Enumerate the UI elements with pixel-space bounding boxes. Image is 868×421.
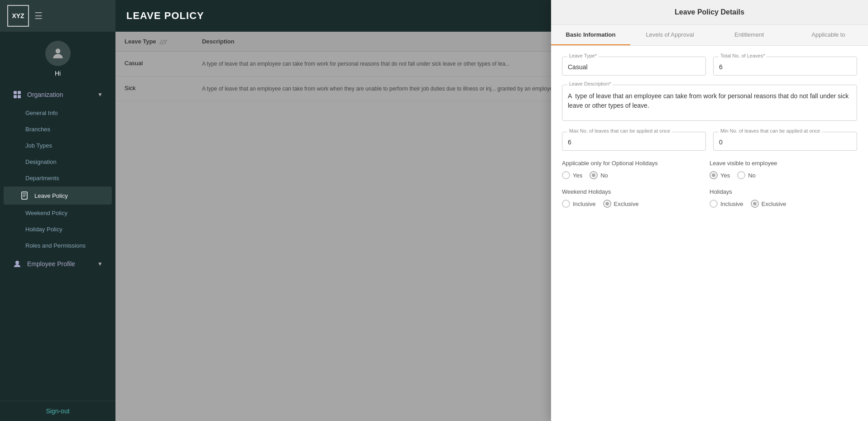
hamburger-icon[interactable]: ☰	[34, 10, 43, 21]
radio-group-weekend-holidays: Weekend Holidays Inclusive Exclusive	[562, 188, 710, 208]
clipboard-icon	[20, 191, 29, 200]
sidebar-item-leave-policy-label: Leave Policy	[34, 192, 68, 199]
max-leaves-input[interactable]	[562, 132, 706, 151]
user-section: Hi	[0, 32, 115, 84]
min-leaves-label: Min No. of leaves that can be applied at…	[719, 128, 822, 134]
svg-rect-4	[18, 95, 21, 98]
sidebar-item-departments-label: Departments	[25, 175, 59, 182]
weekend-exclusive[interactable]: Exclusive	[603, 200, 639, 208]
holidays-inclusive[interactable]: Inclusive	[710, 200, 743, 208]
panel-body: Leave Type* Total No. of Leaves* Leave D…	[551, 46, 868, 421]
radio-circle-optional-yes	[562, 171, 570, 179]
sidebar-item-leave-policy[interactable]: Leave Policy	[4, 187, 112, 205]
sidebar-item-job-types[interactable]: Job Types	[4, 138, 112, 153]
tab-levels-of-approval[interactable]: Levels of Approval	[630, 25, 710, 45]
sidebar-item-holiday-policy[interactable]: Holiday Policy	[4, 221, 112, 237]
tab-basic-information[interactable]: Basic Information	[551, 25, 630, 45]
user-icon	[51, 46, 65, 61]
leave-visible-yes[interactable]: Yes	[710, 171, 730, 179]
svg-rect-3	[14, 95, 17, 98]
sidebar-item-roles-permissions[interactable]: Roles and Permissions	[4, 238, 112, 254]
radio-circle-weekend-exclusive	[603, 200, 611, 208]
holidays-label: Holidays	[710, 188, 857, 195]
holidays-options: Inclusive Exclusive	[710, 200, 857, 208]
nav-items: Organization ▼ General Info Branches Job…	[0, 84, 115, 401]
optional-holidays-label: Applicable only for Optional Holidays	[562, 160, 710, 167]
form-group-max-leaves: Max No. of leaves that can be applied at…	[562, 132, 706, 151]
total-leaves-label: Total No. of Leaves*	[719, 53, 767, 58]
leave-type-label: Leave Type*	[567, 53, 599, 58]
form-row-3: Max No. of leaves that can be applied at…	[562, 132, 857, 151]
weekend-holidays-label: Weekend Holidays	[562, 188, 710, 195]
leave-description-input[interactable]: A type of leave that an employee can tak…	[562, 85, 857, 121]
sidebar-item-general-info[interactable]: General Info	[4, 105, 112, 121]
radio-circle-visible-yes	[710, 171, 718, 179]
sidebar-item-organization-label: Organization	[27, 91, 63, 98]
svg-rect-10	[22, 192, 27, 199]
weekend-inclusive[interactable]: Inclusive	[562, 200, 596, 208]
max-leaves-label: Max No. of leaves that can be applied at…	[567, 128, 672, 134]
radio-section-optional-visible: Applicable only for Optional Holidays Ye…	[562, 160, 857, 179]
sidebar-item-holiday-policy-label: Holiday Policy	[25, 226, 62, 233]
user-greeting: Hi	[55, 70, 61, 77]
radio-group-leave-visible: Leave visible to employee Yes No	[710, 160, 857, 179]
total-leaves-input[interactable]	[713, 57, 857, 76]
detail-panel: Leave Policy Details Basic Information L…	[551, 0, 868, 421]
leave-description-label: Leave Description*	[567, 81, 613, 86]
form-group-total-leaves: Total No. of Leaves*	[713, 57, 857, 76]
form-group-leave-type: Leave Type*	[562, 57, 706, 76]
tab-entitlement[interactable]: Entitlement	[710, 25, 789, 45]
leave-visible-options: Yes No	[710, 171, 857, 179]
weekend-holidays-options: Inclusive Exclusive	[562, 200, 710, 208]
sidebar-item-designation[interactable]: Designation	[4, 154, 112, 170]
sidebar-item-employee-profile-label: Employee Profile	[27, 260, 75, 268]
radio-circle-weekend-inclusive	[562, 200, 570, 208]
org-icon	[13, 90, 22, 99]
radio-circle-visible-no	[737, 171, 745, 179]
leave-visible-no[interactable]: No	[737, 171, 756, 179]
sidebar-item-weekend-policy[interactable]: Weekend Policy	[4, 205, 112, 221]
form-row-1: Leave Type* Total No. of Leaves*	[562, 57, 857, 76]
sidebar-item-employee-profile[interactable]: Employee Profile ▼	[4, 254, 112, 274]
form-group-description: Leave Description* A type of leave that …	[562, 85, 857, 123]
radio-section-weekend-holidays: Weekend Holidays Inclusive Exclusive Hol…	[562, 188, 857, 208]
radio-circle-holidays-exclusive	[751, 200, 759, 208]
form-row-2: Leave Description* A type of leave that …	[562, 85, 857, 123]
tab-applicable-to[interactable]: Applicable to	[789, 25, 868, 45]
svg-rect-1	[14, 91, 17, 94]
radio-group-optional-holidays: Applicable only for Optional Holidays Ye…	[562, 160, 710, 179]
sidebar-item-branches[interactable]: Branches	[4, 121, 112, 137]
person-icon	[13, 259, 22, 268]
radio-group-holidays: Holidays Inclusive Exclusive	[710, 188, 857, 208]
chevron-down-icon: ▼	[97, 91, 103, 98]
leave-type-input[interactable]	[562, 57, 706, 76]
sidebar-logo: XYZ ☰	[0, 0, 115, 32]
holidays-exclusive[interactable]: Exclusive	[751, 200, 786, 208]
sidebar: XYZ ☰ Hi Organization ▼ General Info	[0, 0, 115, 421]
svg-point-0	[55, 48, 60, 53]
radio-circle-holidays-inclusive	[710, 200, 718, 208]
sign-out-button[interactable]: Sign-out	[0, 401, 115, 421]
sidebar-item-general-info-label: General Info	[25, 110, 58, 116]
optional-holidays-options: Yes No	[562, 171, 710, 179]
leave-visible-label: Leave visible to employee	[710, 160, 857, 167]
sidebar-item-designation-label: Designation	[25, 158, 57, 165]
sidebar-item-weekend-policy-label: Weekend Policy	[25, 210, 67, 216]
panel-header: Leave Policy Details	[551, 0, 868, 25]
sidebar-item-departments[interactable]: Departments	[4, 170, 112, 186]
sidebar-item-job-types-label: Job Types	[25, 142, 52, 149]
avatar	[45, 41, 71, 66]
optional-holidays-yes[interactable]: Yes	[562, 171, 582, 179]
radio-circle-optional-no	[590, 171, 598, 179]
svg-point-15	[15, 261, 19, 264]
svg-rect-2	[18, 91, 21, 94]
chevron-down-icon-ep: ▼	[97, 261, 103, 267]
sidebar-item-organization[interactable]: Organization ▼	[4, 85, 112, 105]
panel-tabs: Basic Information Levels of Approval Ent…	[551, 25, 868, 46]
panel-title: Leave Policy Details	[675, 8, 744, 16]
sidebar-item-branches-label: Branches	[25, 126, 50, 133]
form-group-min-leaves: Min No. of leaves that can be applied at…	[713, 132, 857, 151]
min-leaves-input[interactable]	[713, 132, 857, 151]
optional-holidays-no[interactable]: No	[590, 171, 608, 179]
sidebar-item-roles-permissions-label: Roles and Permissions	[25, 242, 86, 249]
